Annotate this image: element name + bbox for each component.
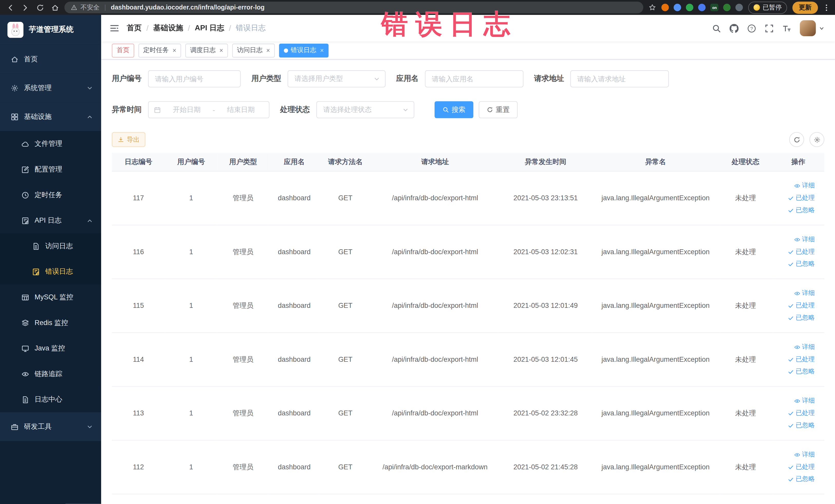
detail-link[interactable]: 详细	[794, 235, 815, 244]
security-label: 不安全	[80, 3, 100, 12]
table-row: 1151管理员dashboardGET/api/infra/db-doc/exp…	[112, 279, 824, 332]
ignored-link[interactable]: 已忽略	[788, 206, 815, 215]
cell-app-name: dashboard	[269, 279, 320, 332]
sidebar-item-trace[interactable]: 链路追踪	[0, 361, 101, 387]
detail-link[interactable]: 详细	[794, 288, 815, 298]
reset-button[interactable]: 重置	[479, 101, 517, 118]
sidebar-item-mysql[interactable]: MySQL 监控	[0, 284, 101, 310]
tab-home[interactable]: 首页	[112, 43, 134, 57]
sidebar-item-label: 日志中心	[35, 395, 101, 404]
search-button-label: 搜索	[451, 105, 465, 115]
check-icon	[788, 207, 794, 213]
detail-link[interactable]: 详细	[794, 450, 815, 459]
sidebar-item-home[interactable]: 首页	[0, 45, 101, 74]
paused-profile-button[interactable]: 已暂停	[748, 1, 787, 14]
extension-green-icon[interactable]	[686, 4, 694, 11]
sidebar-item-access-log[interactable]: 访问日志	[0, 234, 101, 259]
ignored-link[interactable]: 已忽略	[788, 475, 815, 483]
error-log-table: 日志编号用户编号用户类型应用名请求方法名请求地址异常发生时间异常名处理状态操作 …	[112, 153, 824, 494]
breadcrumb-item[interactable]: 基础设施	[153, 23, 183, 33]
sidebar-item-label: 链路追踪	[35, 369, 101, 379]
browser-home-icon[interactable]	[51, 3, 59, 11]
help-icon[interactable]: ?	[747, 24, 756, 33]
eye-icon	[794, 183, 800, 189]
process-status-select[interactable]: 请选择处理状态	[316, 101, 414, 118]
cell-request-url: /api/infra/db-doc/export-html	[371, 332, 499, 386]
browser-menu-icon[interactable]	[823, 3, 830, 11]
cell-exception-name: java.lang.IllegalArgumentException	[592, 225, 719, 279]
sidebar-item-error-log[interactable]: 错误日志	[0, 259, 101, 284]
address-separator: |	[104, 4, 106, 11]
processed-link[interactable]: 已处理	[788, 408, 815, 418]
sidebar-item-api-log[interactable]: API 日志	[0, 208, 101, 234]
processed-link[interactable]: 已处理	[788, 301, 815, 310]
extension-orange-icon[interactable]	[662, 4, 669, 11]
table-row: 1121管理员dashboardGET/api/infra/db-doc/exp…	[112, 440, 824, 494]
breadcrumb-item[interactable]: 首页	[127, 23, 142, 33]
reload-icon[interactable]	[36, 3, 44, 11]
sidebar-item-infra[interactable]: 基础设施	[0, 102, 101, 131]
extension-switch-icon[interactable]: on	[711, 4, 718, 11]
close-icon[interactable]: ×	[266, 47, 270, 54]
cell-log-id: 113	[112, 386, 165, 440]
app-name-input[interactable]	[425, 70, 524, 87]
processed-link[interactable]: 已处理	[788, 247, 815, 256]
user-id-input[interactable]	[148, 70, 241, 87]
extension-grid-icon[interactable]	[698, 4, 706, 11]
user-type-select[interactable]: 请选择用户类型	[287, 70, 386, 87]
sidebar-item-file[interactable]: 文件管理	[0, 131, 101, 157]
app-logo-row[interactable]: 芋道管理系统	[0, 15, 101, 45]
column-header: 日志编号	[112, 153, 165, 171]
sidebar-item-java[interactable]: Java 监控	[0, 336, 101, 361]
request-url-input[interactable]	[570, 70, 669, 87]
address-bar[interactable]: 不安全 | dashboard.yudao.iocoder.cn/infra/l…	[64, 2, 644, 13]
exception-time-range-picker[interactable]: 开始日期 - 结束日期	[148, 101, 269, 118]
ignored-link[interactable]: 已忽略	[788, 313, 815, 322]
tab-job-log[interactable]: 调度日志×	[185, 43, 228, 57]
column-header: 操作	[772, 153, 824, 171]
extension-paw-icon[interactable]	[735, 4, 743, 11]
bookmark-star-icon[interactable]	[649, 4, 656, 11]
sidebar-item-log-center[interactable]: 日志中心	[0, 387, 101, 412]
ignored-link[interactable]: 已忽略	[788, 259, 815, 268]
back-icon[interactable]	[6, 3, 14, 11]
fullscreen-icon[interactable]	[765, 24, 774, 33]
column-settings-button[interactable]	[809, 132, 824, 147]
detail-link[interactable]: 详细	[794, 181, 815, 190]
sidebar-item-job[interactable]: 定时任务	[0, 182, 101, 208]
user-menu[interactable]	[800, 20, 824, 36]
forward-icon[interactable]	[21, 3, 29, 11]
close-icon[interactable]: ×	[220, 47, 223, 54]
extension-blue-icon[interactable]	[674, 4, 681, 11]
tab-job[interactable]: 定时任务×	[138, 43, 181, 57]
ignored-link[interactable]: 已忽略	[788, 421, 815, 430]
close-icon[interactable]: ×	[320, 47, 324, 54]
close-icon[interactable]: ×	[172, 47, 176, 54]
tab-access-log[interactable]: 访问日志×	[232, 43, 275, 57]
font-size-icon[interactable]	[782, 24, 791, 33]
redis-icon	[21, 319, 29, 327]
tags-view: 首页定时任务×调度日志×访问日志×错误日志×	[101, 42, 835, 60]
tab-error-log[interactable]: 错误日志×	[279, 43, 329, 57]
sidebar-item-system[interactable]: 系统管理	[0, 74, 101, 102]
sidebar-item-config[interactable]: 配置管理	[0, 157, 101, 182]
hamburger-icon[interactable]	[109, 24, 119, 32]
github-icon[interactable]	[730, 24, 738, 33]
processed-link[interactable]: 已处理	[788, 193, 815, 202]
processed-link[interactable]: 已处理	[788, 462, 815, 471]
export-button[interactable]: 导出	[112, 132, 145, 147]
search-icon[interactable]	[712, 24, 721, 33]
eye-icon	[794, 344, 800, 350]
sidebar-item-redis[interactable]: Redis 监控	[0, 310, 101, 336]
extension-leaf-icon[interactable]	[723, 4, 731, 11]
search-button[interactable]: 搜索	[434, 101, 473, 118]
refresh-table-button[interactable]	[789, 132, 804, 147]
detail-link[interactable]: 详细	[794, 397, 815, 405]
breadcrumb-item[interactable]: API 日志	[195, 23, 224, 33]
detail-link[interactable]: 详细	[794, 343, 815, 351]
ignored-link[interactable]: 已忽略	[788, 367, 815, 376]
sidebar-item-dev-tools[interactable]: 研发工具	[0, 412, 101, 441]
cell-log-id: 112	[112, 440, 165, 494]
processed-link[interactable]: 已处理	[788, 355, 815, 364]
chrome-update-button[interactable]: 更新	[792, 1, 818, 14]
